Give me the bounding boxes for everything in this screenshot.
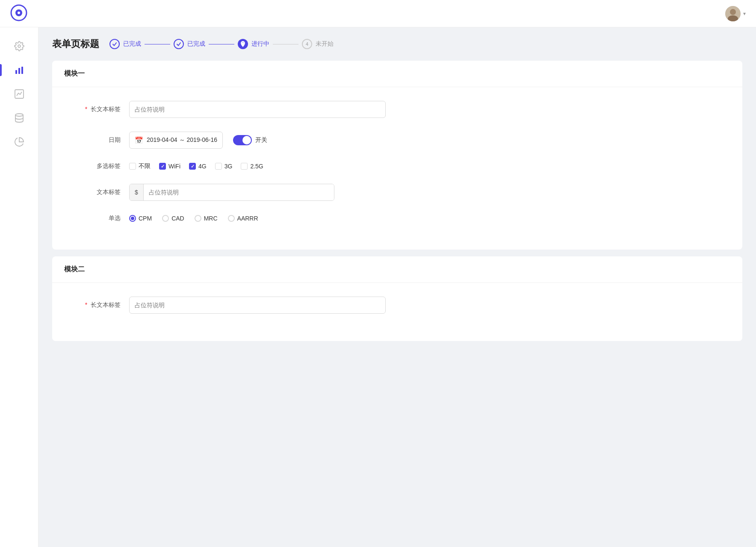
step-3: 进行中 — [238, 39, 269, 49]
checkbox-2-5g-box — [241, 163, 248, 170]
svg-point-2 — [18, 12, 20, 14]
checkbox-3g-label: 3G — [224, 163, 233, 170]
date-control: 📅 2019-04-04 ～ 2019-06-16 开关 — [129, 132, 386, 149]
step-3-icon — [238, 39, 248, 49]
text-field-control: $ — [129, 184, 386, 201]
module-two-title: 模块二 — [52, 256, 742, 283]
text-field-input[interactable] — [144, 184, 334, 200]
radio-cpm-label: CPM — [139, 215, 152, 222]
checkbox-wifi-label: WiFi — [168, 163, 180, 170]
step-line-1 — [145, 44, 170, 44]
long-text-input[interactable] — [129, 101, 386, 118]
radio-cpm[interactable]: CPM — [129, 215, 152, 222]
chevron-down-icon: ▾ — [743, 11, 746, 17]
svg-point-4 — [730, 9, 736, 15]
sidebar — [0, 27, 38, 547]
radio-cpm-circle — [129, 215, 136, 222]
multi-select-label: 多选标签 — [69, 162, 121, 170]
checkbox-4g[interactable]: 4G — [189, 163, 207, 170]
step-3-label: 进行中 — [251, 40, 269, 48]
sidebar-item-pie-chart[interactable] — [7, 132, 31, 152]
step-2: 已完成 — [174, 39, 205, 49]
input-prefix-symbol: $ — [130, 184, 144, 200]
svg-rect-8 — [18, 68, 20, 74]
module-one-card: 模块一 * 长文本标签 日期 📅 2 — [52, 61, 742, 250]
sidebar-item-database[interactable] — [7, 108, 31, 128]
long-text-control — [129, 101, 386, 118]
step-2-icon — [174, 39, 184, 49]
checkbox-unlimited[interactable]: 不限 — [129, 162, 151, 170]
toggle-label: 开关 — [255, 136, 267, 144]
module-one-title: 模块一 — [52, 61, 742, 87]
user-area[interactable]: ▾ — [725, 6, 746, 21]
module-two-long-text-control — [129, 297, 386, 314]
radio-row: 单选 CPM CAD — [69, 215, 725, 222]
module-two-body: * 长文本标签 — [52, 283, 742, 341]
radio-mrc-label: MRC — [204, 215, 218, 222]
checkbox-3g[interactable]: 3G — [215, 163, 233, 170]
checkbox-wifi-box — [159, 163, 166, 170]
radio-aarrr[interactable]: AARRR — [228, 215, 258, 222]
radio-mrc[interactable]: MRC — [195, 215, 218, 222]
radio-cad-label: CAD — [171, 215, 184, 222]
radio-label: 单选 — [69, 215, 121, 222]
long-text-label: * 长文本标签 — [69, 106, 121, 113]
date-label: 日期 — [69, 136, 121, 144]
step-line-2 — [209, 44, 234, 44]
checkbox-unlimited-label: 不限 — [139, 162, 151, 170]
multi-select-row: 多选标签 不限 WiFi — [69, 162, 725, 170]
module-two-long-text-row: * 长文本标签 — [69, 297, 725, 314]
checkbox-group-container: 不限 WiFi 4G — [129, 162, 386, 170]
long-text-row: * 长文本标签 — [69, 101, 725, 118]
sidebar-item-chart-line[interactable] — [7, 84, 31, 104]
checkbox-2-5g-label: 2.5G — [250, 163, 263, 170]
input-prefix-wrapper: $ — [129, 184, 334, 201]
module-one-body: * 长文本标签 日期 📅 2019-04-04 ～ 2019-06-16 — [52, 87, 742, 250]
step-1-icon — [109, 39, 120, 49]
step-4: 4 未开始 — [302, 39, 334, 49]
step-4-number: 4 — [306, 41, 308, 47]
date-row: 日期 📅 2019-04-04 ～ 2019-06-16 开关 — [69, 132, 725, 149]
date-value: 2019-04-04 ～ 2019-06-16 — [147, 136, 217, 144]
date-input[interactable]: 📅 2019-04-04 ～ 2019-06-16 — [129, 132, 223, 149]
svg-point-11 — [15, 114, 23, 116]
checkbox-group: 不限 WiFi 4G — [129, 162, 386, 170]
svg-point-6 — [18, 45, 21, 47]
radio-group: CPM CAD MRC — [129, 215, 386, 222]
module-two-long-text-input[interactable] — [129, 297, 386, 314]
checkbox-3g-box — [215, 163, 222, 170]
radio-cad-circle — [162, 215, 169, 222]
logo — [10, 4, 27, 23]
svg-rect-9 — [21, 67, 23, 74]
toggle-knob — [242, 136, 251, 144]
step-4-label: 未开始 — [316, 40, 334, 48]
toggle-switch[interactable] — [233, 135, 252, 145]
checkbox-unlimited-box — [129, 163, 136, 170]
page-header: 表单页标题 已完成 已完成 — [52, 38, 742, 50]
sidebar-item-chart-bar[interactable] — [7, 60, 31, 80]
checkbox-4g-label: 4G — [198, 163, 207, 170]
module-two-card: 模块二 * 长文本标签 — [52, 256, 742, 341]
page-title: 表单页标题 — [52, 38, 99, 50]
calendar-icon: 📅 — [135, 136, 143, 144]
checkbox-wifi[interactable]: WiFi — [159, 163, 180, 170]
radio-aarrr-label: AARRR — [237, 215, 258, 222]
checkbox-2-5g[interactable]: 2.5G — [241, 163, 263, 170]
checkbox-4g-box — [189, 163, 196, 170]
step-line-3 — [273, 44, 298, 44]
step-2-label: 已完成 — [187, 40, 205, 48]
toggle-wrapper: 开关 — [233, 135, 267, 145]
svg-rect-7 — [15, 70, 17, 74]
sidebar-item-settings[interactable] — [7, 36, 31, 56]
radio-cad[interactable]: CAD — [162, 215, 184, 222]
module-two-long-text-label: * 长文本标签 — [69, 301, 121, 309]
text-field-row: 文本标签 $ — [69, 184, 725, 201]
main-content: 表单页标题 已完成 已完成 — [38, 27, 756, 547]
top-header: ▾ — [0, 0, 756, 27]
required-mark-2: * — [85, 301, 87, 308]
text-field-label: 文本标签 — [69, 188, 121, 196]
radio-aarrr-circle — [228, 215, 235, 222]
step-1: 已完成 — [109, 39, 141, 49]
radio-group-container: CPM CAD MRC — [129, 215, 386, 222]
step-4-icon: 4 — [302, 39, 312, 49]
